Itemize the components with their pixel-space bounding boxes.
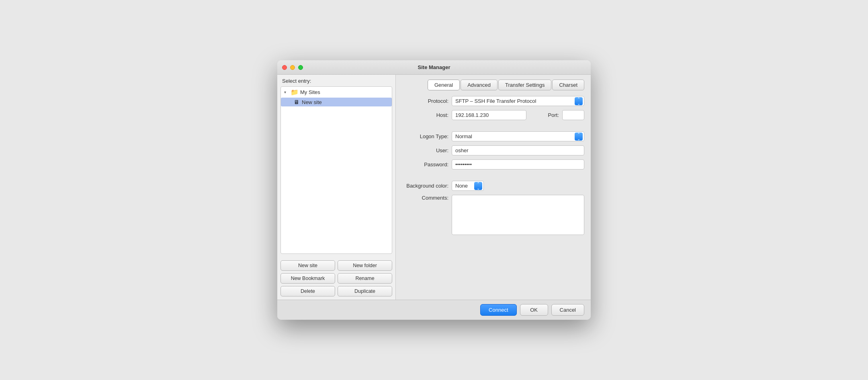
bg-color-label: Background color:: [402, 183, 448, 189]
tab-advanced[interactable]: Advanced: [461, 80, 497, 90]
bg-color-select-wrapper: None Red Green Blue Yellow ⌃⌄: [452, 181, 484, 191]
tree-folder-my-sites[interactable]: ▾ 📁 My Sites: [281, 87, 392, 98]
host-row: Host: Port:: [402, 110, 584, 120]
connect-button[interactable]: Connect: [480, 304, 516, 316]
select-entry-label: Select entry:: [277, 75, 395, 86]
traffic-lights: [282, 65, 303, 70]
port-label: Port:: [548, 112, 559, 118]
tab-bar: General Advanced Transfer Settings Chars…: [402, 80, 584, 90]
logon-type-label: Logon Type:: [402, 133, 448, 139]
protocol-select[interactable]: SFTP – SSH File Transfer Protocol FTP – …: [452, 96, 584, 106]
host-label: Host:: [402, 112, 448, 118]
close-button[interactable]: [282, 65, 287, 70]
duplicate-button[interactable]: Duplicate: [338, 286, 392, 296]
spacer-2: [402, 174, 584, 177]
bg-color-select[interactable]: None Red Green Blue Yellow: [452, 181, 484, 191]
folder-label: My Sites: [300, 89, 320, 95]
new-bookmark-button[interactable]: New Bookmark: [280, 273, 335, 284]
user-label: User:: [402, 147, 448, 153]
delete-button[interactable]: Delete: [280, 286, 335, 296]
comments-row: Comments:: [402, 195, 584, 295]
protocol-select-wrapper: SFTP – SSH File Transfer Protocol FTP – …: [452, 96, 584, 106]
new-folder-button[interactable]: New folder: [338, 260, 392, 271]
chevron-down-icon: ▾: [284, 90, 289, 94]
password-label: Password:: [402, 161, 448, 168]
left-panel: Select entry: ▾ 📁 My Sites 🖥 New site Ne…: [277, 75, 396, 300]
tree-area: ▾ 📁 My Sites 🖥 New site: [280, 86, 392, 254]
tab-transfer-settings[interactable]: Transfer Settings: [498, 80, 552, 90]
logon-type-row: Logon Type: Normal Anonymous Ask for pas…: [402, 131, 584, 141]
cancel-button[interactable]: Cancel: [551, 304, 584, 316]
tree-item-new-site[interactable]: 🖥 New site: [281, 98, 392, 106]
comments-textarea[interactable]: [452, 195, 584, 235]
window-footer: Connect OK Cancel: [277, 300, 591, 320]
maximize-button[interactable]: [298, 65, 303, 70]
comments-label: Comments:: [402, 195, 448, 201]
host-input-wrapper: [452, 110, 545, 120]
logon-type-select-wrapper: Normal Anonymous Ask for password Intera…: [452, 131, 584, 141]
password-row: Password:: [402, 159, 584, 170]
bg-color-row: Background color: None Red Green Blue Ye…: [402, 181, 584, 191]
host-input[interactable]: [452, 110, 526, 120]
minimize-button[interactable]: [290, 65, 295, 70]
title-bar: Site Manager: [277, 60, 591, 75]
right-panel: General Advanced Transfer Settings Chars…: [396, 75, 591, 300]
port-input[interactable]: [562, 110, 584, 120]
protocol-label: Protocol:: [402, 98, 448, 104]
folder-icon: 📁: [291, 88, 299, 96]
user-row: User:: [402, 145, 584, 155]
new-site-button[interactable]: New site: [280, 260, 335, 271]
tab-general[interactable]: General: [428, 80, 460, 90]
logon-type-select[interactable]: Normal Anonymous Ask for password Intera…: [452, 131, 584, 141]
tab-charset[interactable]: Charset: [552, 80, 584, 90]
spacer-1: [402, 124, 584, 127]
form-section: Protocol: SFTP – SSH File Transfer Proto…: [402, 96, 584, 295]
window-title: Site Manager: [418, 64, 450, 70]
user-input[interactable]: [452, 145, 584, 155]
site-icon: 🖥: [294, 99, 299, 105]
password-input[interactable]: [452, 159, 584, 170]
site-manager-window: Site Manager Select entry: ▾ 📁 My Sites …: [277, 60, 591, 320]
protocol-row: Protocol: SFTP – SSH File Transfer Proto…: [402, 96, 584, 106]
rename-button[interactable]: Rename: [338, 273, 392, 284]
site-label: New site: [302, 99, 322, 105]
main-content: Select entry: ▾ 📁 My Sites 🖥 New site Ne…: [277, 75, 591, 300]
bottom-buttons: New site New folder New Bookmark Rename …: [277, 257, 395, 300]
ok-button[interactable]: OK: [520, 304, 548, 316]
